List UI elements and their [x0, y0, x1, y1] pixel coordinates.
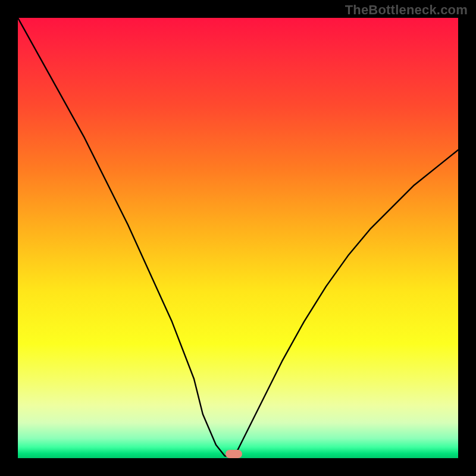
- curve-path: [18, 18, 458, 457]
- chart-frame: TheBottleneck.com: [0, 0, 476, 476]
- watermark-text: TheBottleneck.com: [345, 2, 468, 18]
- optimal-marker: [226, 450, 242, 458]
- bottleneck-curve: [18, 18, 458, 458]
- plot-area: [18, 18, 458, 458]
